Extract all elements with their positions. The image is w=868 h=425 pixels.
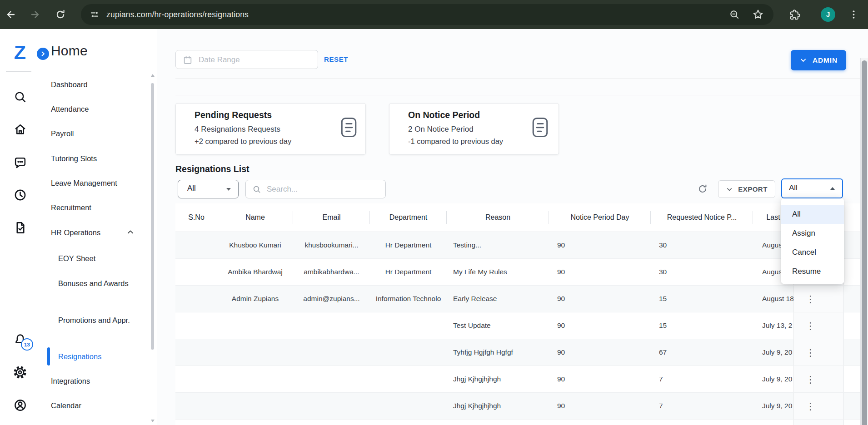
- sidebar-item-calendar[interactable]: Calendar: [51, 400, 140, 410]
- type-filter-value: All: [187, 184, 196, 193]
- cell-notice-period: 90: [549, 339, 651, 366]
- status-filter-value: All: [789, 183, 798, 193]
- puzzle-icon: [788, 9, 800, 21]
- column-header-name[interactable]: Name: [217, 203, 293, 232]
- table-row: Khusboo Kumari khusbookumari... Hr Depar…: [175, 232, 860, 259]
- column-header-department[interactable]: Department: [370, 203, 447, 232]
- cell-overflow: [844, 286, 860, 312]
- zoom-indicator-icon[interactable]: [729, 9, 740, 20]
- app-logo[interactable]: Z: [0, 42, 40, 63]
- person-circle-icon: [13, 398, 27, 412]
- notification-badge: 13: [21, 338, 33, 351]
- site-settings-icon[interactable]: [89, 9, 100, 20]
- sidebar-item-dashboard[interactable]: Dashboard: [51, 79, 140, 89]
- table-row: Jhgj Kjhgjhjhgh 90 7 July 9, 20 ⋮: [175, 393, 860, 420]
- cell-requested-notice: 7: [651, 393, 753, 419]
- logo-divider: [6, 71, 31, 72]
- menu-scroll-down-arrow[interactable]: [151, 420, 155, 422]
- column-header-requested-notice[interactable]: Requested Notice P...: [651, 203, 753, 232]
- date-range-input[interactable]: [198, 51, 313, 69]
- cell-name: Admin Zupians: [217, 286, 293, 312]
- sidebar-item-tutoring-slots[interactable]: Tutoring Slots: [51, 153, 140, 163]
- page-scrollbar[interactable]: [860, 58, 868, 425]
- date-range-field[interactable]: [175, 50, 318, 69]
- rail-settings-button[interactable]: [10, 362, 30, 382]
- rail-tasks-button[interactable]: [10, 217, 30, 237]
- url-text: zupians.com/hr-operations/resignations: [106, 4, 249, 25]
- cell-overflow: [844, 312, 860, 339]
- cell-department: Hr Department: [370, 232, 447, 258]
- dropdown-option-assign[interactable]: Assign: [781, 224, 844, 243]
- refresh-button[interactable]: [697, 183, 708, 194]
- column-header-sno[interactable]: S.No: [175, 203, 217, 232]
- cell-requested-notice: 7: [651, 366, 753, 392]
- dropdown-option-all[interactable]: All: [781, 205, 844, 224]
- resignations-list-heading: Resignations List: [175, 164, 249, 174]
- cell-email: [293, 393, 370, 419]
- cell-sno: [175, 420, 217, 425]
- extensions-button[interactable]: [788, 9, 800, 21]
- cell-notice-period: 90: [549, 286, 651, 312]
- chat-icon: [13, 156, 27, 170]
- admin-button[interactable]: ADMIN: [791, 50, 846, 70]
- sidebar-toggle[interactable]: [37, 48, 49, 60]
- sidebar-menu: Home Dashboard Attendance Payroll Tutori…: [40, 29, 157, 425]
- bookmark-star-icon[interactable]: [752, 9, 764, 20]
- cell-overflow: [844, 366, 860, 392]
- search-field[interactable]: [245, 180, 386, 198]
- card-delta: -1 compared to previous day: [408, 137, 559, 146]
- browser-back-button[interactable]: [5, 8, 17, 21]
- sidebar-title: Home: [51, 43, 88, 59]
- menu-scrollbar-thumb[interactable]: [151, 83, 154, 350]
- browser-menu-button[interactable]: [848, 9, 859, 20]
- app-page: Z 13: [0, 29, 868, 425]
- profile-avatar[interactable]: J: [821, 7, 835, 22]
- table-row: Jhgj Kjhgjhjhgh 90 7 July 9, 20 ⋮: [175, 366, 860, 393]
- page-scrollbar-thumb[interactable]: [862, 60, 867, 425]
- column-header-reason[interactable]: Reason: [447, 203, 549, 232]
- rail-search-button[interactable]: [10, 87, 30, 107]
- search-input[interactable]: [266, 181, 381, 198]
- type-filter-select[interactable]: All: [178, 180, 239, 198]
- rail-account-button[interactable]: [10, 395, 30, 415]
- sidebar-item-resignations[interactable]: Resignations: [58, 351, 140, 361]
- sidebar-item-eoy-sheet[interactable]: EOY Sheet: [58, 253, 140, 263]
- sidebar-item-bonuses-awards[interactable]: Bonuses and Awards: [58, 277, 140, 290]
- sidebar-item-recruitment[interactable]: Recruitment: [51, 203, 140, 212]
- clock-icon: [13, 188, 27, 202]
- column-header-notice-period[interactable]: Notice Period Day: [549, 203, 651, 232]
- menu-scroll-up-arrow[interactable]: [151, 74, 155, 77]
- url-bar[interactable]: zupians.com/hr-operations/resignations: [81, 4, 773, 25]
- sidebar-item-promotions-appr[interactable]: Promotions and Appr.: [58, 314, 140, 326]
- cell-requested-notice: 30: [651, 259, 753, 285]
- cell-department: [370, 366, 447, 392]
- export-button[interactable]: EXPORT: [718, 180, 775, 198]
- row-actions-menu-button[interactable]: ⋮: [806, 348, 815, 357]
- chevron-up-icon[interactable]: [126, 228, 135, 236]
- rail-notifications-button[interactable]: 13: [10, 329, 30, 349]
- browser-forward-button[interactable]: [29, 8, 41, 21]
- toolbar-divider: [811, 8, 811, 21]
- resignations-table: S.No Name Email Department Reason Notice…: [175, 203, 860, 425]
- cell-last-date: August 18: [753, 286, 793, 312]
- row-actions-menu-button[interactable]: ⋮: [806, 401, 815, 411]
- sidebar-item-leave-management[interactable]: Leave Management: [51, 178, 140, 188]
- caret-up-icon: [830, 187, 835, 190]
- reset-button[interactable]: RESET: [324, 55, 348, 63]
- cell-reason: Jhgj Kjhgjhjhgh: [447, 393, 549, 419]
- browser-reload-button[interactable]: [54, 8, 67, 21]
- status-filter-select[interactable]: All: [781, 178, 843, 198]
- rail-home-button[interactable]: [10, 119, 30, 139]
- dropdown-option-cancel[interactable]: Cancel: [781, 243, 844, 262]
- sidebar-item-attendance[interactable]: Attendance: [51, 104, 140, 114]
- row-actions-menu-button[interactable]: ⋮: [806, 375, 815, 384]
- sidebar-item-payroll[interactable]: Payroll: [51, 128, 140, 138]
- search-icon: [252, 185, 261, 194]
- row-actions-menu-button[interactable]: ⋮: [806, 294, 815, 304]
- rail-time-button[interactable]: [10, 185, 30, 205]
- column-header-email[interactable]: Email: [293, 203, 370, 232]
- dropdown-option-resume[interactable]: Resume: [781, 262, 844, 281]
- sidebar-item-integrations[interactable]: Integrations: [51, 376, 140, 386]
- row-actions-menu-button[interactable]: ⋮: [806, 321, 815, 331]
- rail-chat-button[interactable]: [10, 153, 30, 173]
